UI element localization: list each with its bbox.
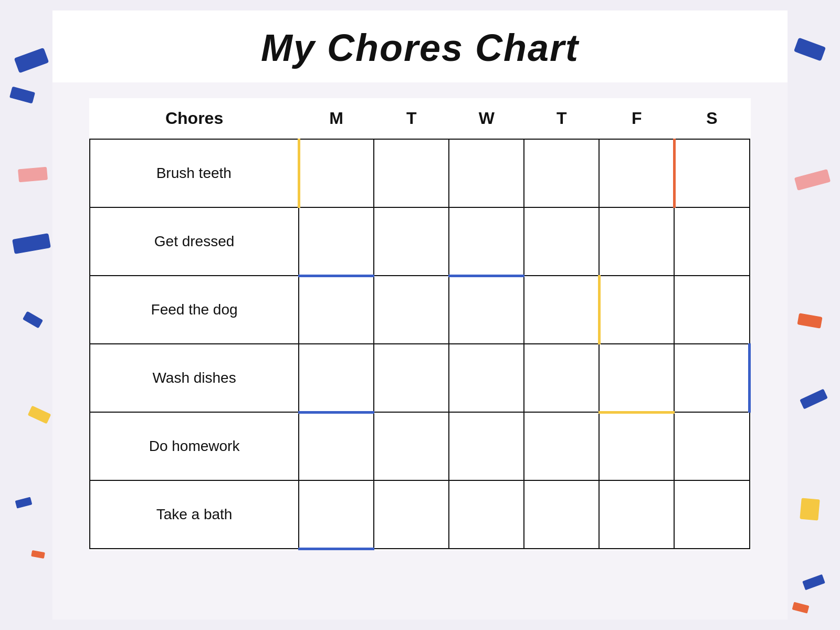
cell-brush-teeth-w[interactable]	[449, 139, 524, 207]
page-title: My Chores Chart	[52, 26, 788, 69]
decor-shape	[28, 405, 51, 424]
decor-shape	[18, 167, 48, 183]
chore-get-dressed: Get dressed	[90, 207, 299, 276]
decor-shape	[794, 37, 826, 61]
cell-feed-dog-t2[interactable]	[524, 276, 599, 344]
title-bar: My Chores Chart	[52, 10, 788, 82]
decor-shape	[800, 498, 820, 521]
cell-feed-dog-w[interactable]	[449, 276, 524, 344]
cell-take-bath-f[interactable]	[599, 480, 674, 549]
header-day-f: F	[599, 98, 674, 139]
decor-shape	[794, 169, 831, 191]
decor-shape	[797, 313, 822, 328]
cell-brush-teeth-f[interactable]	[599, 139, 674, 207]
cell-brush-teeth-m[interactable]	[299, 139, 374, 207]
decor-shape	[792, 602, 810, 613]
decor-shape	[802, 574, 825, 591]
cell-do-homework-f[interactable]	[599, 412, 674, 480]
cell-do-homework-t1[interactable]	[374, 412, 449, 480]
cell-wash-dishes-t1[interactable]	[374, 344, 449, 412]
table-row: Take a bath	[90, 480, 750, 549]
header-day-t1: T	[374, 98, 449, 139]
cell-feed-dog-f[interactable]	[599, 276, 674, 344]
decor-shape	[9, 87, 35, 104]
chores-table: Chores M T W T F S Brush teeth	[89, 98, 751, 550]
header-day-w: W	[449, 98, 524, 139]
table-row: Feed the dog	[90, 276, 750, 344]
cell-brush-teeth-s[interactable]	[674, 139, 749, 207]
cell-get-dressed-t2[interactable]	[524, 207, 599, 276]
cell-take-bath-s[interactable]	[674, 480, 749, 549]
chore-feed-the-dog: Feed the dog	[90, 276, 299, 344]
cell-do-homework-w[interactable]	[449, 412, 524, 480]
decor-shape	[12, 233, 51, 254]
decor-shape	[23, 311, 43, 328]
table-row: Brush teeth	[90, 139, 750, 207]
cell-take-bath-w[interactable]	[449, 480, 524, 549]
cell-feed-dog-m[interactable]	[299, 276, 374, 344]
cell-take-bath-m[interactable]	[299, 480, 374, 549]
cell-wash-dishes-w[interactable]	[449, 344, 524, 412]
table-row: Wash dishes	[90, 344, 750, 412]
header-day-t2: T	[524, 98, 599, 139]
decor-shape	[800, 388, 828, 409]
cell-wash-dishes-t2[interactable]	[524, 344, 599, 412]
cell-get-dressed-f[interactable]	[599, 207, 674, 276]
cell-feed-dog-t1[interactable]	[374, 276, 449, 344]
chore-wash-dishes: Wash dishes	[90, 344, 299, 412]
cell-do-homework-m[interactable]	[299, 412, 374, 480]
chore-take-a-bath: Take a bath	[90, 480, 299, 549]
cell-brush-teeth-t1[interactable]	[374, 139, 449, 207]
cell-get-dressed-w[interactable]	[449, 207, 524, 276]
cell-wash-dishes-f[interactable]	[599, 344, 674, 412]
cell-take-bath-t1[interactable]	[374, 480, 449, 549]
header-day-m: M	[299, 98, 374, 139]
cell-wash-dishes-s[interactable]	[674, 344, 749, 412]
cell-get-dressed-t1[interactable]	[374, 207, 449, 276]
chore-do-homework: Do homework	[90, 412, 299, 480]
cell-get-dressed-m[interactable]	[299, 207, 374, 276]
header-chores: Chores	[90, 98, 299, 139]
cell-do-homework-t2[interactable]	[524, 412, 599, 480]
page-wrapper: My Chores Chart Chores M T W T F S Brush…	[52, 10, 788, 620]
cell-wash-dishes-m[interactable]	[299, 344, 374, 412]
cell-feed-dog-s[interactable]	[674, 276, 749, 344]
cell-brush-teeth-t2[interactable]	[524, 139, 599, 207]
decor-shape	[15, 497, 33, 508]
table-row: Do homework	[90, 412, 750, 480]
cell-take-bath-t2[interactable]	[524, 480, 599, 549]
decor-shape	[31, 550, 45, 559]
header-row: Chores M T W T F S	[90, 98, 750, 139]
table-row: Get dressed	[90, 207, 750, 276]
decor-shape	[14, 48, 49, 74]
chore-brush-teeth: Brush teeth	[90, 139, 299, 207]
chart-container: Chores M T W T F S Brush teeth	[89, 98, 751, 550]
cell-get-dressed-s[interactable]	[674, 207, 749, 276]
cell-do-homework-s[interactable]	[674, 412, 749, 480]
header-day-s: S	[674, 98, 749, 139]
